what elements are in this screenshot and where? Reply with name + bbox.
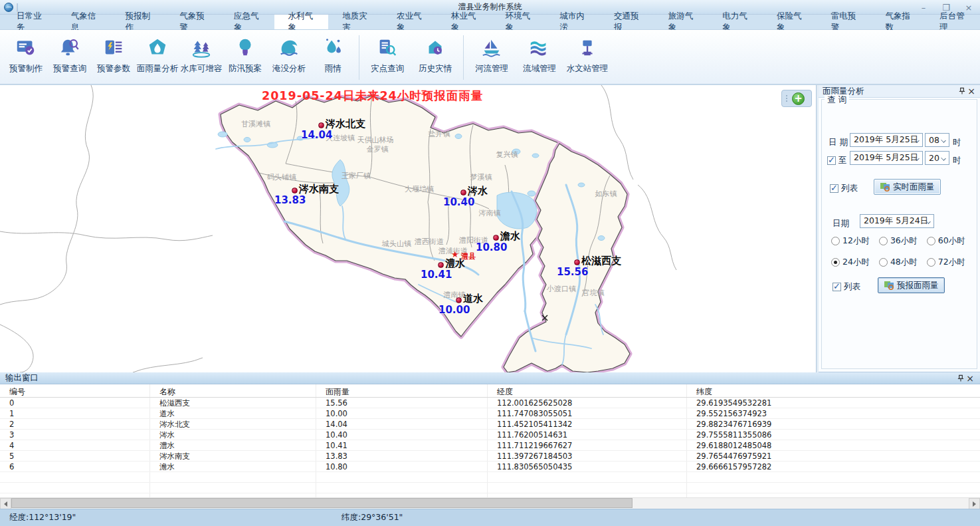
table-row[interactable]: 0松滋西支15.56112.00162562502829.61935495322… bbox=[0, 398, 980, 408]
toolbar-button-灾点查询[interactable]: 灾点查询 bbox=[363, 34, 411, 74]
menu-item-气象指数[interactable]: 气象指数 bbox=[872, 15, 926, 29]
town-label: 王家厂镇 bbox=[342, 171, 371, 181]
menu-item-林业气象[interactable]: 林业气象 bbox=[437, 15, 492, 29]
menu-item-气象预警[interactable]: 气象预警 bbox=[165, 15, 220, 29]
menu-item-日常业务[interactable]: 日常业务 bbox=[3, 15, 57, 29]
add-layer-button[interactable]: + bbox=[792, 92, 805, 105]
output-titlebar: 输出窗口 × bbox=[0, 372, 980, 384]
output-pin-icon[interactable] bbox=[956, 374, 965, 383]
toolbar-button-防汛预案[interactable]: 防汛预案 bbox=[223, 34, 267, 74]
menu-item-地质灾害[interactable]: 地质灾害 bbox=[328, 15, 383, 29]
realtime-list-checkbox[interactable] bbox=[830, 184, 838, 193]
toolbar-button-面雨量分析[interactable]: 面雨量分析 bbox=[136, 34, 179, 74]
menu-item-旅游气象[interactable]: 旅游气象 bbox=[654, 15, 709, 29]
menu-item-后台管理[interactable]: 后台管理 bbox=[926, 15, 980, 29]
menu-item-电力气象[interactable]: 电力气象 bbox=[708, 15, 763, 29]
end-date-select[interactable]: 2019年 5月25日 bbox=[850, 151, 923, 165]
table-cell: 29.6666157957282 bbox=[687, 461, 980, 471]
table-cell: 5 bbox=[0, 451, 150, 461]
realtime-rain-button[interactable]: 实时面雨量 bbox=[874, 179, 941, 195]
toolbar-button-流域管理[interactable]: 流域管理 bbox=[516, 34, 563, 74]
toolbar-button-预警制作[interactable]: 预警制作 bbox=[4, 34, 48, 74]
menu-item-雷电预警[interactable]: 雷电预警 bbox=[817, 15, 872, 29]
query-group-caption: 查 询 bbox=[825, 94, 849, 106]
menu-item-气象信息[interactable]: 气象信息 bbox=[57, 15, 112, 29]
forecast-rain-button[interactable]: 预报面雨量 bbox=[878, 277, 945, 293]
forecast-date-select[interactable]: 2019年 5月24日 bbox=[860, 214, 934, 228]
toolbar-button-label: 预警参数 bbox=[97, 63, 130, 74]
scroll-right-button[interactable] bbox=[969, 498, 980, 509]
forecast-list-checkbox[interactable] bbox=[833, 283, 841, 291]
scroll-thumb[interactable] bbox=[11, 498, 633, 508]
to-date-checkbox[interactable] bbox=[827, 156, 836, 165]
station-marker-澧水[interactable] bbox=[438, 262, 444, 268]
table-row[interactable]: 5涔水南支13.83111.39726718450329.76544769759… bbox=[0, 451, 980, 461]
end-hour-select[interactable]: 20 bbox=[925, 151, 949, 165]
town-label: 涔南镇 bbox=[479, 208, 501, 218]
table-cell bbox=[316, 483, 488, 493]
toolbar-button-预警参数[interactable]: 预警参数 bbox=[92, 34, 136, 74]
realtime-rain-button-label: 实时面雨量 bbox=[893, 182, 935, 193]
table-row[interactable]: 3涔水10.40111.7620051463129.7555811355086 bbox=[0, 430, 980, 440]
menu-item-水利气象[interactable]: 水利气象 bbox=[274, 15, 329, 29]
table-cell: 29.8823476716939 bbox=[687, 419, 980, 429]
scroll-left-button[interactable] bbox=[0, 498, 11, 509]
column-header-编号[interactable]: 编号 bbox=[0, 384, 150, 397]
radio-60小时[interactable]: 60小时 bbox=[927, 235, 965, 247]
toolbar-button-历史灾情[interactable]: 历史灾情 bbox=[411, 34, 459, 74]
output-window: 输出窗口 × 编号名称面雨量经度纬度 0松滋西支15.56112.0016256… bbox=[0, 372, 980, 509]
table-row[interactable]: 2涔水北支14.04111.45210541134229.88234767169… bbox=[0, 419, 980, 430]
toolbar-button-水文站管理[interactable]: 水文站管理 bbox=[563, 34, 611, 74]
radio-24小时[interactable]: 24小时 bbox=[831, 257, 870, 268]
station-marker-道水[interactable] bbox=[456, 297, 462, 303]
start-date-select[interactable]: 2019年 5月25日 bbox=[850, 133, 923, 147]
table-cell: 10.80 bbox=[316, 461, 488, 471]
panel-close-icon[interactable]: × bbox=[967, 86, 976, 96]
town-label: 复兴镇 bbox=[496, 150, 518, 160]
menu-item-交通预报[interactable]: 交通预报 bbox=[600, 15, 654, 29]
menu-item-预报制作[interactable]: 预报制作 bbox=[111, 15, 165, 29]
table-row[interactable]: 1道水10.00111.74708305505129.552156374923 bbox=[0, 408, 980, 419]
station-marker-澹水[interactable] bbox=[493, 235, 499, 241]
toolbar-button-水库可增容[interactable]: 水库可增容 bbox=[179, 34, 223, 74]
map-area[interactable]: 2019-05-24日未来24小时预报面雨量 甘溪滩镇火连坡镇天供山林场金罗镇盐… bbox=[0, 85, 817, 372]
output-close-icon[interactable]: × bbox=[965, 374, 975, 383]
toolbar-button-预警查询[interactable]: 预警查询 bbox=[48, 34, 92, 74]
scroll-track[interactable] bbox=[633, 498, 969, 509]
start-hour-select[interactable]: 08 bbox=[925, 133, 949, 147]
column-header-面雨量[interactable]: 面雨量 bbox=[316, 384, 488, 397]
output-hscrollbar[interactable] bbox=[0, 497, 980, 509]
station-marker-涔水南支[interactable] bbox=[292, 188, 298, 194]
menu-item-环境气象[interactable]: 环境气象 bbox=[491, 15, 545, 29]
toolbar-button-河流管理[interactable]: 河流管理 bbox=[468, 34, 516, 74]
menu-item-应急气象[interactable]: 应急气象 bbox=[220, 15, 274, 29]
column-header-经度[interactable]: 经度 bbox=[488, 384, 687, 397]
radio-48小时[interactable]: 48小时 bbox=[879, 257, 918, 268]
menu-item-保险气象[interactable]: 保险气象 bbox=[763, 15, 817, 29]
toolbar-button-淹没分析[interactable]: 淹没分析 bbox=[267, 34, 311, 74]
station-marker-松滋西支[interactable] bbox=[574, 259, 580, 265]
menu-item-城市内涝[interactable]: 城市内涝 bbox=[545, 15, 600, 29]
county-seat-star-icon: ★ bbox=[451, 249, 459, 259]
pin-icon[interactable] bbox=[957, 86, 967, 96]
station-marker-涔水[interactable] bbox=[460, 190, 466, 196]
area-rain-icon bbox=[146, 35, 169, 61]
menu-item-农业气象[interactable]: 农业气象 bbox=[383, 15, 437, 29]
radio-36小时[interactable]: 36小时 bbox=[879, 235, 918, 247]
table-cell: 涔水南支 bbox=[150, 451, 316, 461]
inundation-icon bbox=[277, 35, 301, 61]
table-cell bbox=[0, 483, 150, 493]
table-row[interactable]: 4澧水10.41111.71121966762729.6188012485048 bbox=[0, 440, 980, 451]
station-marker-涔水北支[interactable] bbox=[318, 122, 324, 128]
radio-72小时[interactable]: 72小时 bbox=[927, 257, 965, 268]
table-cell: 6 bbox=[0, 461, 150, 471]
column-header-纬度[interactable]: 纬度 bbox=[687, 384, 980, 397]
right-arrow-icon bbox=[973, 501, 976, 507]
radio-12小时[interactable]: 12小时 bbox=[831, 235, 870, 247]
column-header-名称[interactable]: 名称 bbox=[150, 384, 316, 397]
map-base-layer bbox=[0, 85, 817, 372]
table-row-empty bbox=[0, 472, 980, 483]
toolbar-button-雨情[interactable]: 雨情 bbox=[311, 34, 355, 74]
table-row[interactable]: 6澹水10.80111.83056505043529.6666157957282 bbox=[0, 461, 980, 472]
minimize-button[interactable]: – bbox=[918, 3, 930, 13]
